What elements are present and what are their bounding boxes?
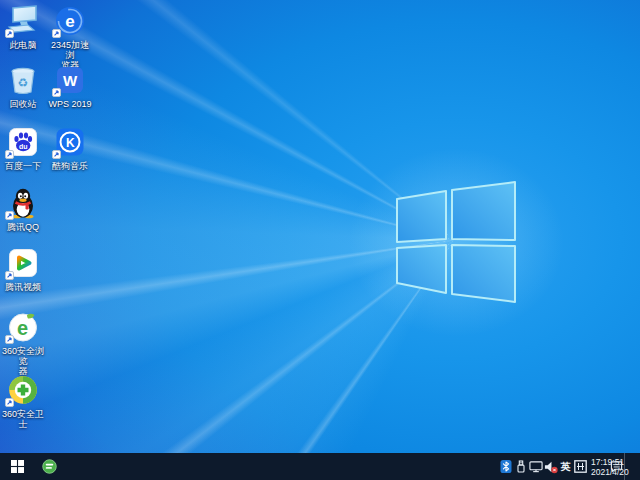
- start-button[interactable]: [0, 453, 34, 480]
- usb-device-icon[interactable]: [513, 453, 528, 480]
- desktop-icon-label: WPS 2019: [48, 99, 91, 109]
- shortcut-arrow-badge: [5, 29, 14, 38]
- taskbar-clock[interactable]: 17:19:51 2021/4/20: [591, 453, 606, 480]
- qq-penguin-icon: [7, 187, 39, 219]
- ime-keyboard-icon[interactable]: [573, 453, 588, 480]
- desktop-icon-kugou-music[interactable]: K 酷狗音乐: [47, 126, 93, 171]
- clock-date: 2021/4/20: [591, 467, 606, 477]
- desktop-icon-label: 360安全浏览 器: [0, 346, 46, 376]
- desktop-icon-wps-2019[interactable]: W WPS 2019: [47, 64, 93, 109]
- desktop-icon-this-pc[interactable]: 此电脑: [0, 5, 46, 50]
- svg-text:W: W: [63, 72, 78, 89]
- system-tray: 英 17:19:51 2021/4/20: [498, 453, 640, 480]
- shortcut-arrow-badge: [52, 88, 61, 97]
- wps-icon: W: [54, 64, 86, 96]
- recycle-bin-icon: ♻: [7, 64, 39, 96]
- shortcut-arrow-badge: [5, 211, 14, 220]
- volume-muted-icon[interactable]: [543, 453, 558, 480]
- desktop-icon-label: 酷狗音乐: [52, 161, 88, 171]
- desktop-icon-360-safeguard[interactable]: 360安全卫士: [0, 374, 46, 429]
- kugou-music-icon: K: [54, 126, 86, 158]
- svg-text:K: K: [66, 136, 75, 150]
- desktop-icon-tencent-video[interactable]: 腾讯视频: [0, 247, 46, 292]
- svg-text:du: du: [19, 143, 28, 150]
- wallpaper: 此电脑 ♻ 回收站 du: [0, 0, 640, 480]
- svg-text:♻: ♻: [18, 76, 29, 90]
- shortcut-arrow-badge: [5, 150, 14, 159]
- shortcut-arrow-badge: [5, 335, 14, 344]
- desktop-icon-label: 此电脑: [10, 40, 37, 50]
- language-indicator[interactable]: 英: [558, 453, 573, 480]
- green-circle-app-icon: [42, 459, 57, 474]
- show-desktop-button[interactable]: [624, 453, 639, 480]
- desktop-icon-label: 360安全卫士: [0, 409, 46, 429]
- svg-text:e: e: [65, 12, 74, 31]
- shortcut-arrow-badge: [5, 271, 14, 280]
- 360-browser-icon: e: [7, 311, 39, 343]
- desktop-icon-label: 回收站: [10, 99, 37, 109]
- baidu-paw-icon: du: [7, 126, 39, 158]
- network-display-icon[interactable]: [528, 453, 543, 480]
- windows-logo: [393, 178, 519, 306]
- desktop-icon-label: 百度一下: [5, 161, 41, 171]
- desktop-icon-label: 腾讯QQ: [7, 222, 39, 232]
- action-center-icon[interactable]: [609, 453, 624, 480]
- clock-time: 17:19:51: [591, 457, 606, 467]
- svg-text:e: e: [17, 317, 28, 339]
- shortcut-arrow-badge: [52, 150, 61, 159]
- desktop-icon-baidu[interactable]: du 百度一下: [0, 126, 46, 171]
- windows-start-icon: [11, 460, 24, 473]
- desktop-icon-recycle-bin[interactable]: ♻ 回收站: [0, 64, 46, 109]
- 2345-browser-icon: e: [54, 5, 86, 37]
- desktop-icon-360-browser[interactable]: e 360安全浏览 器: [0, 311, 46, 376]
- taskbar-app-360-browser[interactable]: [34, 453, 64, 480]
- shortcut-arrow-badge: [52, 29, 61, 38]
- this-pc-icon: [7, 5, 39, 37]
- taskbar: 英 17:19:51 2021/4/20: [0, 453, 640, 480]
- 360-safeguard-icon: [7, 374, 39, 406]
- bluetooth-icon[interactable]: [498, 453, 513, 480]
- shortcut-arrow-badge: [5, 398, 14, 407]
- desktop-icon-2345-browser[interactable]: e 2345加速浏 览器: [47, 5, 93, 70]
- desktop-icon-label: 腾讯视频: [5, 282, 41, 292]
- tencent-video-play-icon: [7, 247, 39, 279]
- desktop-icon-tencent-qq[interactable]: 腾讯QQ: [0, 187, 46, 232]
